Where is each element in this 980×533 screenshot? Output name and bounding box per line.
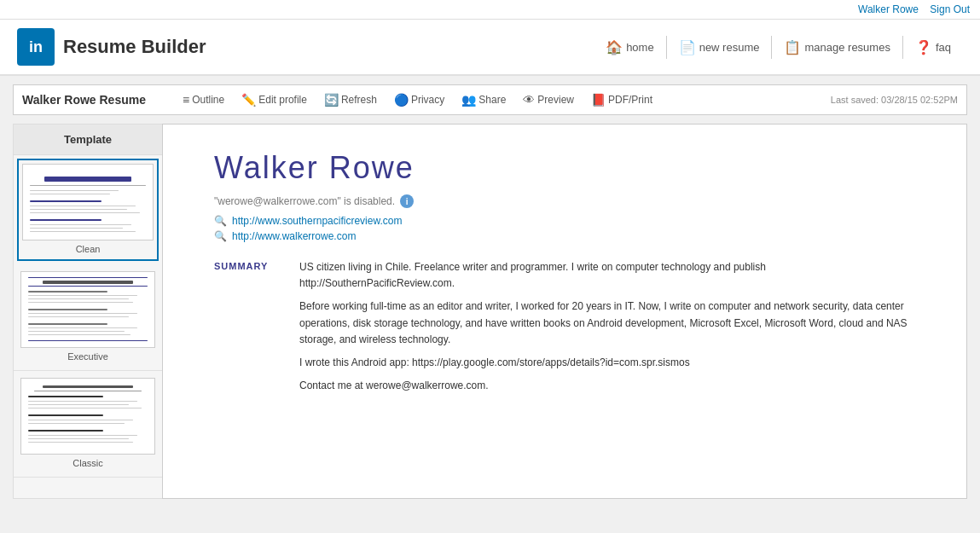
executive-label: Executive <box>20 348 155 363</box>
template-item-classic[interactable]: Classic <box>14 371 162 478</box>
nav-home-label: home <box>626 41 654 54</box>
link-icon-2: 🔍 <box>214 230 227 242</box>
pdf-print-label: PDF/Print <box>608 94 652 106</box>
new-resume-icon: 📄 <box>679 39 696 55</box>
toolbar-actions: ≡ Outline ✏️ Edit profile 🔄 Refresh 🔵 Pr… <box>176 90 831 109</box>
resume-link-2: 🔍 http://www.walkerrowe.com <box>214 230 924 242</box>
summary-para-4: Contact me at werowe@walkerrowe.com. <box>299 378 924 394</box>
main-nav: 🏠 home 📄 new resume 📋 manage resumes ❓ f… <box>594 36 963 59</box>
outline-button[interactable]: ≡ Outline <box>176 90 231 109</box>
summary-label: SUMMARY <box>214 259 282 394</box>
refresh-icon: 🔄 <box>324 93 339 107</box>
pdf-print-button[interactable]: 📕 PDF/Print <box>584 90 659 109</box>
preview-button[interactable]: 👁 Preview <box>516 90 581 109</box>
refresh-label: Refresh <box>341 94 377 106</box>
summary-para-1: US citizen living in Chile. Freelance wr… <box>299 259 924 292</box>
nav-new-resume-label: new resume <box>699 41 760 54</box>
nav-new-resume[interactable]: 📄 new resume <box>667 36 773 59</box>
share-label: Share <box>478 94 506 106</box>
outline-icon: ≡ <box>183 93 189 107</box>
email-disabled-text: "werowe@walkerrowe.com" is disabled. <box>214 195 395 207</box>
link-url-2[interactable]: http://www.walkerrowe.com <box>232 230 356 242</box>
last-saved: Last saved: 03/28/15 02:52PM <box>831 95 958 105</box>
pdf-print-icon: 📕 <box>591 93 606 107</box>
sidebar-title: Template <box>14 125 162 155</box>
privacy-label: Privacy <box>411 94 444 106</box>
toolbar: Walker Rowe Resume ≡ Outline ✏️ Edit pro… <box>13 84 967 115</box>
manage-resumes-icon: 📋 <box>784 39 801 55</box>
nav-faq-label: faq <box>936 41 951 54</box>
outline-label: Outline <box>192 94 224 106</box>
resume-link-1: 🔍 http://www.southernpacificreview.com <box>214 215 924 227</box>
resume-heading: Walker Rowe <box>214 150 924 186</box>
sidebar: Template Clean <box>13 124 162 499</box>
privacy-button[interactable]: 🔵 Privacy <box>387 90 451 109</box>
nav-manage-resumes[interactable]: 📋 manage resumes <box>772 36 902 59</box>
link-url-1[interactable]: http://www.southernpacificreview.com <box>232 215 402 227</box>
privacy-icon: 🔵 <box>394 93 409 107</box>
edit-profile-icon: ✏️ <box>241 93 256 107</box>
executive-thumbnail <box>20 271 155 348</box>
nav-faq[interactable]: ❓ faq <box>903 36 963 59</box>
preview-label: Preview <box>537 94 574 106</box>
template-item-executive[interactable]: Executive <box>14 264 162 371</box>
share-icon: 👥 <box>461 93 476 107</box>
link-icon-1: 🔍 <box>214 215 227 227</box>
signout-link[interactable]: Sign Out <box>930 3 970 15</box>
linkedin-logo: in <box>17 28 55 66</box>
resume-name: Walker Rowe Resume <box>22 93 159 107</box>
top-bar: Walker Rowe Sign Out <box>0 0 980 20</box>
nav-home[interactable]: 🏠 home <box>594 36 667 59</box>
clean-label: Clean <box>22 240 154 256</box>
share-button[interactable]: 👥 Share <box>455 90 513 109</box>
user-link[interactable]: Walker Rowe <box>858 3 919 15</box>
email-disabled: "werowe@walkerrowe.com" is disabled. i <box>214 194 924 208</box>
clean-thumbnail <box>22 164 154 240</box>
header: in Resume Builder 🏠 home 📄 new resume 📋 … <box>0 20 980 76</box>
summary-content: US citizen living in Chile. Freelance wr… <box>299 259 924 394</box>
edit-profile-label: Edit profile <box>258 94 307 106</box>
app-title: Resume Builder <box>63 36 206 58</box>
summary-para-3: I wrote this Android app: https://play.g… <box>299 355 924 371</box>
classic-label: Classic <box>20 455 155 470</box>
resume-panel: Walker Rowe "werowe@walkerrowe.com" is d… <box>162 124 967 499</box>
preview-icon: 👁 <box>523 93 535 107</box>
home-icon: 🏠 <box>606 39 623 55</box>
classic-thumbnail <box>20 378 155 455</box>
summary-para-2: Before working full-time as an editor an… <box>299 298 924 348</box>
summary-section: SUMMARY US citizen living in Chile. Free… <box>214 259 924 394</box>
edit-profile-button[interactable]: ✏️ Edit profile <box>235 90 314 109</box>
refresh-button[interactable]: 🔄 Refresh <box>317 90 384 109</box>
faq-icon: ❓ <box>915 39 932 55</box>
main-area: Template Clean <box>13 124 967 499</box>
info-icon[interactable]: i <box>400 194 414 208</box>
template-item-clean[interactable]: Clean <box>17 159 159 261</box>
nav-manage-resumes-label: manage resumes <box>804 41 890 54</box>
